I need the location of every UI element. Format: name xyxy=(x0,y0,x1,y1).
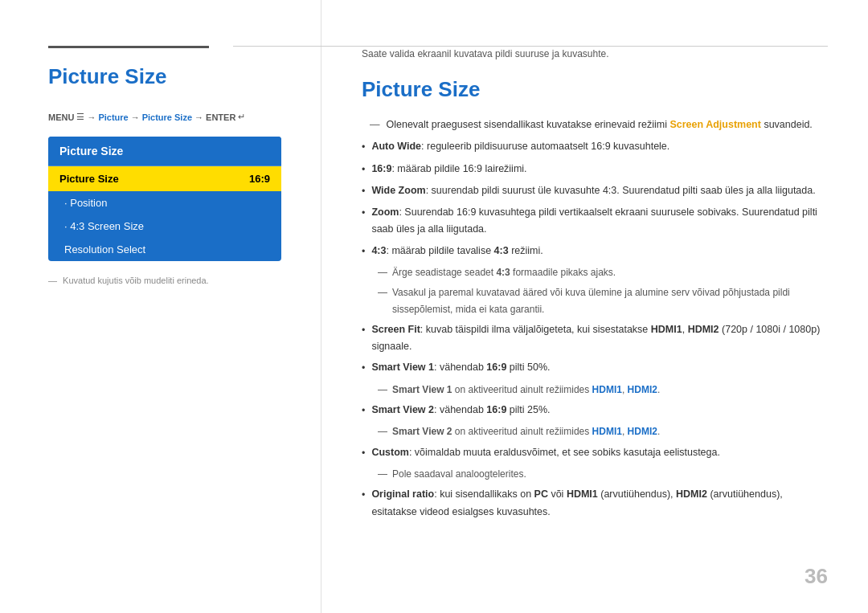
sub-note-2: — Vasakul ja paremal kuvatavad ääred või… xyxy=(378,284,828,317)
left-panel: Picture Size MENU ☰ → Picture → Picture … xyxy=(0,0,321,613)
bullet-smart-view-1: • Smart View 1: vähendab 16:9 pilti 50%. xyxy=(362,359,828,377)
sub-note-4: — Smart View 2 on aktiveeritud ainult re… xyxy=(378,423,828,439)
menu-item-resolution-select[interactable]: Resolution Select xyxy=(48,238,281,261)
bullet-original-ratio: • Original ratio: kui sisendallikaks on … xyxy=(362,486,828,521)
right-title: Picture Size xyxy=(362,77,828,102)
bullet-auto-wide: • Auto Wide: reguleerib pildisuuruse aut… xyxy=(362,138,828,156)
menu-box: Picture Size Picture Size 16:9 · Positio… xyxy=(48,137,281,261)
screen-adjustment-highlight: Screen Adjustment xyxy=(669,119,760,130)
path-enter: ENTER xyxy=(206,112,235,122)
bullet-smart-view-2: • Smart View 2: vähendab 16:9 pilti 25%. xyxy=(362,402,828,419)
intro-text: Saate valida ekraanil kuvatava pildi suu… xyxy=(362,48,828,59)
path-picture: Picture xyxy=(98,112,128,122)
note-line: — Olenevalt praegusest sisendallikast ku… xyxy=(362,116,828,133)
top-line-right xyxy=(233,46,828,47)
top-line-left xyxy=(48,46,209,48)
enter-icon: ↵ xyxy=(238,112,245,122)
content-body: — Olenevalt praegusest sisendallikast ku… xyxy=(362,116,828,521)
bullet-zoom: • Zoom: Suurendab 16:9 kuvasuhtega pildi… xyxy=(362,204,828,239)
bullet-4-3: • 4:3: määrab pildile tavalise 4:3 režii… xyxy=(362,243,828,260)
path-picture-size: Picture Size xyxy=(142,112,192,122)
left-title: Picture Size xyxy=(48,64,289,89)
sub-note-3: — Smart View 1 on aktiveeritud ainult re… xyxy=(378,382,828,398)
menu-path: MENU ☰ → Picture → Picture Size → ENTER … xyxy=(48,112,289,122)
bullet-wide-zoom: • Wide Zoom: suurendab pildi suurust üle… xyxy=(362,182,828,200)
footnote: — Kuvatud kujutis võib mudeliti erineda. xyxy=(48,276,289,285)
sub-note-1: — Ärge seadistage seadet 4:3 formaadile … xyxy=(378,264,828,280)
menu-box-title: Picture Size xyxy=(48,137,281,166)
selected-label: Picture Size xyxy=(59,173,119,185)
menu-item-picture-size[interactable]: Picture Size 16:9 xyxy=(48,166,281,191)
menu-word: MENU xyxy=(48,112,74,122)
selected-value: 16:9 xyxy=(249,173,270,185)
menu-item-position[interactable]: · Position xyxy=(48,191,281,215)
sub-note-5: — Pole saadaval analoogtelerites. xyxy=(378,466,828,482)
menu-item-4-3-screen-size[interactable]: · 4:3 Screen Size xyxy=(48,215,281,238)
menu-icon: ☰ xyxy=(76,112,84,122)
bullet-screen-fit: • Screen Fit: kuvab täispildi ilma välja… xyxy=(362,321,828,356)
right-panel: Saate valida ekraanil kuvatava pildi suu… xyxy=(321,0,868,613)
bullet-16-9: • 16:9: määrab pildile 16:9 lairežiimi. xyxy=(362,161,828,178)
bullet-custom: • Custom: võimaldab muuta eraldusvõimet,… xyxy=(362,444,828,462)
page-number: 36 xyxy=(805,564,828,589)
